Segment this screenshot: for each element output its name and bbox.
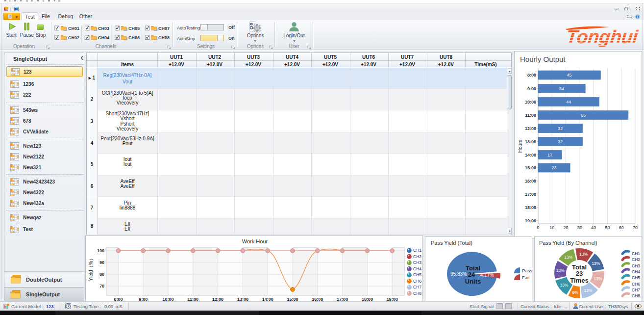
svg-text:32: 32 [558,126,563,131]
svg-text:4.17%: 4.17% [480,272,494,278]
svg-text:CH2: CH2 [632,257,640,262]
svg-text:CH1: CH1 [413,248,421,253]
svg-text:50: 50 [605,225,610,230]
svg-text:9%: 9% [572,290,578,295]
svg-text:CH4: CH4 [413,266,421,271]
svg-text:17:00: 17:00 [525,192,536,197]
svg-text:CH6: CH6 [413,279,421,284]
svg-text:17: 17 [547,153,552,158]
svg-text:70: 70 [633,225,638,230]
svg-text:12:00: 12:00 [525,126,536,131]
svg-text:30: 30 [577,225,582,230]
svg-text:CH7: CH7 [413,285,421,289]
svg-text:90: 90 [99,260,104,265]
svg-text:11:00: 11:00 [525,113,536,118]
svg-text:20: 20 [564,225,569,230]
svg-text:CH8: CH8 [413,291,421,296]
svg-text:18:00: 18:00 [525,205,536,210]
svg-text:13%: 13% [560,283,568,288]
svg-text:13%: 13% [564,255,572,260]
svg-text:15:00: 15:00 [525,165,536,170]
svg-text:95.83%: 95.83% [450,271,467,277]
svg-text:80: 80 [99,272,104,277]
svg-text:CH5: CH5 [632,275,640,280]
svg-text:70: 70 [99,284,104,289]
svg-text:Times: Times [570,277,588,284]
svg-text:CH1: CH1 [632,251,640,256]
svg-text:CH2: CH2 [413,254,421,259]
svg-text:8:00: 8:00 [527,73,536,78]
svg-text:CH3: CH3 [413,260,421,265]
svg-text:44: 44 [566,100,571,105]
svg-text:10: 10 [549,225,554,230]
svg-text:14:00: 14:00 [525,153,536,158]
svg-text:0: 0 [537,225,539,230]
svg-text:Fail: Fail [522,275,529,280]
svg-text:CH8: CH8 [632,293,640,298]
svg-text:CH3: CH3 [632,263,640,268]
svg-text:Units: Units [465,278,481,285]
svg-text:9:00: 9:00 [527,86,536,91]
svg-text:16:00: 16:00 [525,179,536,184]
svg-text:24: 24 [468,271,475,278]
svg-text:23: 23 [576,270,583,277]
svg-text:13%: 13% [594,276,602,281]
svg-text:40: 40 [591,225,596,230]
svg-text:10:00: 10:00 [525,100,536,105]
svg-text:13%: 13% [592,261,600,266]
svg-text:34: 34 [559,86,564,91]
svg-text:Hours: Hours [518,140,523,153]
svg-text:13%: 13% [556,268,564,273]
svg-text:13%: 13% [579,252,588,257]
svg-text:Yield（%）: Yield（%） [88,256,94,281]
svg-text:Tonghui: Tonghui [565,26,640,47]
svg-text:CH7: CH7 [632,288,640,292]
svg-text:60: 60 [619,225,624,230]
svg-text:19:00: 19:00 [525,218,536,223]
svg-text:13%: 13% [584,288,593,293]
svg-text:13:00: 13:00 [525,139,536,144]
svg-text:CH6: CH6 [632,282,640,287]
svg-text:65: 65 [581,113,586,118]
svg-text:100: 100 [97,248,104,253]
svg-text:23: 23 [551,165,556,170]
svg-text:CH4: CH4 [632,269,640,274]
svg-text:45: 45 [567,73,572,78]
svg-text:CH5: CH5 [413,272,421,277]
svg-text:Pass: Pass [522,268,532,273]
svg-text:32: 32 [558,139,563,144]
